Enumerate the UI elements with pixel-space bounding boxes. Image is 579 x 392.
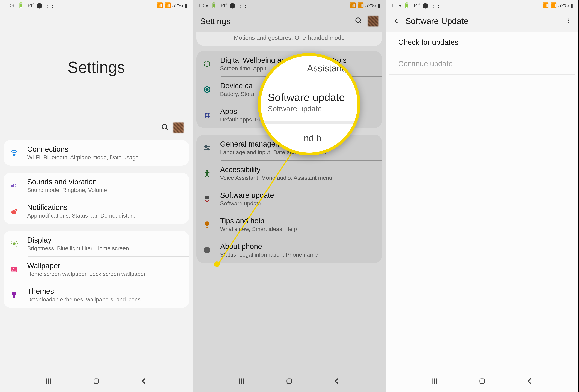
svg-rect-42 <box>287 379 291 383</box>
screen-software-update: 1:59 🔋 84° ⬤ ⋮⋮ 📶 📶 52% ▮ Software Updat… <box>386 0 579 392</box>
callout-dot <box>214 261 220 267</box>
settings-group: Sounds and vibration Sound mode, Rington… <box>3 173 189 224</box>
svg-line-11 <box>16 246 17 246</box>
row-subtitle: Downloadable themes, wallpapers, and ico… <box>27 296 182 303</box>
more-icon: ⋮⋮ <box>238 2 248 8</box>
svg-point-2 <box>14 155 15 156</box>
battery-pct: 52% <box>172 2 183 8</box>
battery-icon: 🔋 <box>404 2 410 8</box>
magnifier-callout: Assistant, Software update Software upda… <box>258 53 360 156</box>
nav-recents[interactable] <box>430 377 439 386</box>
magnifier-title: Software update <box>268 91 358 103</box>
nav-recents[interactable] <box>237 377 246 386</box>
wifi-icon: 📶 <box>156 2 163 8</box>
settings-row-notifications[interactable]: Notifications App notifications, Status … <box>3 198 189 224</box>
svg-point-44 <box>568 18 569 19</box>
row-subtitle: Software update <box>220 200 375 207</box>
svg-point-25 <box>205 113 207 115</box>
status-temp: 84° <box>26 2 34 8</box>
status-time: 1:59 <box>391 2 401 8</box>
svg-point-33 <box>206 170 208 172</box>
appbar: Settings <box>193 11 385 32</box>
settings-list[interactable]: Connections Wi-Fi, Bluetooth, Airplane m… <box>0 140 193 371</box>
wifi-icon: 📶 <box>349 2 356 8</box>
display-icon <box>7 237 21 251</box>
row-subtitle: Sound mode, Ringtone, Volume <box>27 187 182 193</box>
general-icon <box>200 141 214 155</box>
settings-row-wallpaper[interactable]: Wallpaper Home screen wallpaper, Lock sc… <box>3 257 189 282</box>
settings-row-connections[interactable]: Connections Wi-Fi, Bluetooth, Airplane m… <box>3 140 189 166</box>
profile-avatar[interactable] <box>368 16 378 26</box>
search-button[interactable] <box>161 123 169 132</box>
row-title: Tips and help <box>220 217 375 225</box>
svg-point-32 <box>207 148 209 150</box>
nav-home[interactable] <box>92 377 101 386</box>
settings-row-accessibility[interactable]: Accessibility Voice Assistant, Mono audi… <box>197 160 382 186</box>
settings-row-themes[interactable]: Themes Downloadable themes, wallpapers, … <box>3 282 189 308</box>
settings-row-sounds[interactable]: Sounds and vibration Sound mode, Rington… <box>3 173 189 198</box>
location-icon: ⬤ <box>37 2 43 8</box>
svg-line-21 <box>360 22 361 23</box>
location-icon: ⬤ <box>229 2 235 8</box>
svg-line-10 <box>12 241 12 242</box>
nav-home[interactable] <box>478 377 487 386</box>
appbar: Software Update <box>386 11 579 32</box>
nav-bar <box>193 371 385 392</box>
page-title: Settings <box>0 58 193 77</box>
search-button[interactable] <box>355 17 362 25</box>
row-subtitle: What's new, Smart ideas, Help <box>220 226 375 232</box>
row-title: Display <box>27 236 182 244</box>
settings-row-software-update[interactable]: ! Software update Software update <box>197 186 382 212</box>
row-subtitle: App notifications, Status bar, Do not di… <box>27 212 182 219</box>
settings-row-about[interactable]: i About phone Status, Legal information,… <box>197 237 382 263</box>
battery-icon: ▮ <box>570 2 573 8</box>
battery-icon: 🔋 <box>211 2 217 8</box>
svg-rect-19 <box>94 379 98 383</box>
settings-group: Display Brightness, Blue light filter, H… <box>3 231 189 308</box>
more-menu-button[interactable] <box>565 18 572 25</box>
battery-icon: 🔋 <box>18 2 24 8</box>
continue-update: Continue update <box>389 53 575 75</box>
svg-rect-36 <box>206 227 208 228</box>
row-title: About phone <box>220 242 375 251</box>
row-title: Software update <box>220 191 375 200</box>
nav-back[interactable] <box>525 377 534 386</box>
appbar-title: Software Update <box>405 16 560 26</box>
svg-point-28 <box>208 115 210 118</box>
sound-icon <box>7 178 21 193</box>
magnifier-subtitle: Software update <box>268 104 358 113</box>
row-subtitle: Brightness, Blue light filter, Home scre… <box>27 245 182 252</box>
profile-avatar[interactable] <box>173 122 184 133</box>
svg-point-20 <box>356 18 361 23</box>
back-button[interactable] <box>393 17 400 25</box>
magnifier-fragment-top: Assistant, <box>307 63 347 74</box>
apps-icon <box>200 108 214 122</box>
svg-point-46 <box>568 22 569 23</box>
svg-text:!: ! <box>207 196 208 199</box>
svg-line-1 <box>166 128 168 130</box>
wellbeing-icon <box>200 57 214 71</box>
nav-back[interactable] <box>333 377 341 386</box>
status-bar: 1:58 🔋 84° ⬤ ⋮⋮ 📶 📶 52% ▮ <box>0 0 193 11</box>
row-title: Wallpaper <box>27 261 182 270</box>
row-subtitle: Status, Legal information, Phone name <box>220 251 375 258</box>
row-title: Connections <box>27 145 182 154</box>
nav-bar <box>386 371 579 392</box>
row-subtitle: Wi-Fi, Bluetooth, Airplane mode, Data us… <box>27 154 182 161</box>
row-title: Accessibility <box>220 165 375 174</box>
check-for-updates[interactable]: Check for updates <box>389 32 575 53</box>
settings-row-tips[interactable]: Tips and help What's new, Smart ideas, H… <box>197 212 382 237</box>
svg-text:i: i <box>206 247 208 253</box>
svg-point-26 <box>208 113 210 115</box>
settings-row-display[interactable]: Display Brightness, Blue light filter, H… <box>3 231 189 257</box>
nav-back[interactable] <box>140 377 148 386</box>
nav-home[interactable] <box>285 377 293 386</box>
status-time: 1:59 <box>198 2 209 8</box>
update-options: Check for updates Continue update <box>386 32 579 371</box>
nav-recents[interactable] <box>44 377 53 386</box>
battery-pct: 52% <box>365 2 376 8</box>
row-subtitle: Voice Assistant, Mono audio, Assistant m… <box>220 175 375 181</box>
more-icon: ⋮⋮ <box>431 2 441 8</box>
status-bar: 1:59 🔋 84° ⬤ ⋮⋮ 📶 📶 52% ▮ <box>193 0 385 11</box>
screen-settings-scrolled: 1:59 🔋 84° ⬤ ⋮⋮ 📶 📶 52% ▮ Settings Motio… <box>193 0 386 392</box>
